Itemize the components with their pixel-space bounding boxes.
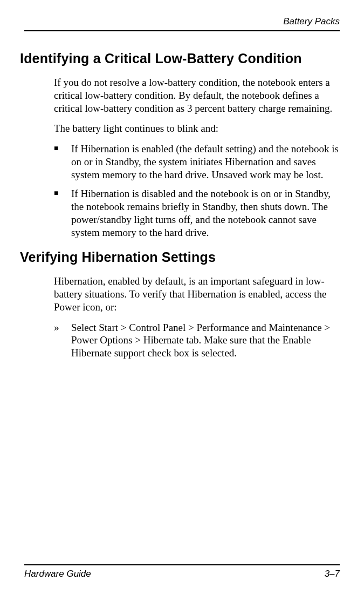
footer-rule	[24, 564, 340, 565]
header-section-label: Battery Packs	[283, 16, 340, 26]
heading-critical-low-battery: Identifying a Critical Low-Battery Condi…	[20, 51, 340, 66]
bullet-list-hibernation: Select Start > Control Panel > Performan…	[54, 321, 340, 360]
para-battery-light: The battery light continues to blink and…	[54, 122, 340, 135]
page-footer: Hardware Guide 3–7	[24, 564, 340, 579]
list-item: If Hibernation is disabled and the noteb…	[54, 187, 340, 239]
para-critical-intro: If you do not resolve a low-battery cond…	[54, 76, 340, 114]
bullet-list-critical: If Hibernation is enabled (the default s…	[54, 143, 340, 239]
footer-guide-name: Hardware Guide	[24, 569, 91, 579]
footer-page-number: 3–7	[325, 569, 340, 579]
para-hibernation-intro: Hibernation, enabled by default, is an i…	[54, 275, 340, 313]
heading-verify-hibernation: Verifying Hibernation Settings	[20, 249, 340, 265]
page-header: Battery Packs	[24, 16, 340, 36]
header-rule	[24, 30, 340, 31]
list-item: Select Start > Control Panel > Performan…	[54, 321, 340, 360]
list-item: If Hibernation is enabled (the default s…	[54, 143, 340, 181]
